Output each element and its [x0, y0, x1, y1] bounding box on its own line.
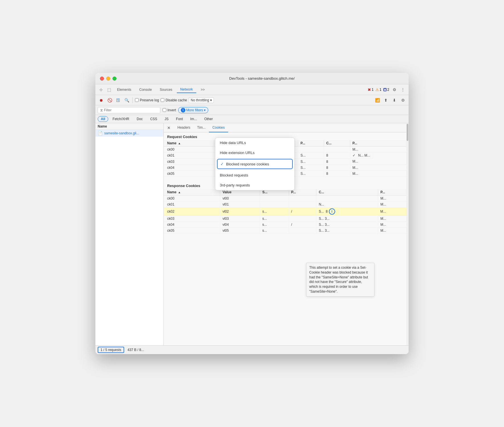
- dropdown-blocked-requests[interactable]: Blocked requests: [215, 170, 294, 180]
- upload-icon[interactable]: ⬆: [382, 97, 389, 104]
- scrollbar[interactable]: [406, 123, 409, 345]
- table-row-highlighted[interactable]: ck02 vl02 s.../ S... 8 i M...: [164, 207, 409, 216]
- devtools-body: ⊹ ⬚ Elements Console Sources Network >> …: [95, 84, 409, 354]
- dropdown-blocked-response-cookies[interactable]: ✓ Blocked response cookies: [217, 159, 293, 169]
- separator-1: [132, 97, 133, 103]
- dropdown-hide-extension-urls[interactable]: Hide extension URLs: [215, 148, 294, 158]
- type-filter-css[interactable]: CSS: [147, 116, 160, 122]
- req-row-name: ck05: [164, 171, 214, 176]
- cursor-icon[interactable]: ⊹: [98, 86, 105, 93]
- type-filter-font[interactable]: Font: [173, 116, 186, 122]
- tab-console[interactable]: Console: [136, 87, 155, 93]
- invert-group[interactable]: Invert: [163, 108, 176, 112]
- table-row[interactable]: ck04 vl04 s.../S... 3... M...: [164, 222, 409, 228]
- type-filters-bar: All Fetch/XHR Doc CSS JS Font Im... Othe…: [95, 115, 409, 123]
- disable-cache-group[interactable]: Disable cache: [161, 98, 187, 102]
- error-badge: ✖ 1: [368, 87, 374, 92]
- res-col-c[interactable]: C...: [316, 189, 378, 196]
- settings2-icon[interactable]: ⚙: [399, 97, 406, 104]
- scrollbar-thumb[interactable]: [407, 124, 408, 141]
- invert-label: Invert: [167, 108, 176, 112]
- status-bar: 1 / 5 requests 437 B / 8...: [95, 345, 409, 354]
- device-icon[interactable]: ⬚: [106, 86, 112, 93]
- tab-more[interactable]: >>: [197, 87, 208, 93]
- devtools-window: DevTools - samesite-sandbox.glitch.me/ ⊹…: [95, 73, 409, 354]
- filter-input-container: ⧖: [98, 107, 160, 113]
- table-row[interactable]: ck01 vl01 N... M...: [164, 201, 409, 207]
- res-row-name: ck05: [164, 228, 220, 234]
- window-title: DevTools - samesite-sandbox.glitch.me/: [120, 76, 404, 81]
- response-cookies-table: Name ▲ Value S... P... C... P... ck00: [164, 189, 409, 234]
- type-filter-other[interactable]: Other: [201, 116, 216, 122]
- throttle-select[interactable]: No throttling ▾: [189, 97, 214, 103]
- res-row-name: ck00: [164, 195, 220, 201]
- detail-tabs-bar: ✕ Headers Tim... Cookies: [164, 123, 409, 132]
- more-filters-badge: 1: [181, 108, 185, 112]
- search-icon[interactable]: 🔍: [123, 97, 130, 104]
- settings-icon[interactable]: ⚙: [391, 86, 398, 93]
- maximize-button[interactable]: [112, 77, 116, 81]
- table-row[interactable]: ck03 vl03 s...S... 3... M...: [164, 216, 409, 222]
- res-col-name[interactable]: Name ▲: [164, 189, 220, 196]
- devtools-tabs-bar: ⊹ ⬚ Elements Console Sources Network >> …: [95, 84, 409, 95]
- filter-input[interactable]: [104, 108, 149, 112]
- info-icon[interactable]: i: [329, 208, 335, 215]
- type-filter-img[interactable]: Im...: [187, 116, 200, 122]
- type-filter-doc[interactable]: Doc: [134, 116, 146, 122]
- network-toolbar: ⏺ 🚫 ⚿ 🔍 Preserve log Disable cache No th…: [95, 95, 409, 105]
- more-options-icon[interactable]: ⋮: [399, 86, 406, 93]
- tab-sources[interactable]: Sources: [156, 87, 176, 93]
- record-button[interactable]: ⏺: [98, 97, 105, 104]
- tab-network[interactable]: Network: [177, 86, 196, 93]
- list-item[interactable]: 📄 samesite-sandbox.gli...: [95, 130, 163, 137]
- file-list: Name 📄 samesite-sandbox.gli...: [95, 123, 164, 345]
- file-list-header: Name: [95, 123, 163, 130]
- minimize-button[interactable]: [106, 77, 110, 81]
- more-filters-chevron-icon: ▾: [204, 108, 206, 112]
- close-detail-button[interactable]: ✕: [166, 125, 172, 131]
- warning-icon: ⚠: [375, 87, 379, 92]
- sort-asc-icon2: ▲: [178, 191, 181, 194]
- blocked-response-cookies-label: Blocked response cookies: [226, 162, 269, 166]
- tab-cookies[interactable]: Cookies: [209, 123, 228, 132]
- tab-elements[interactable]: Elements: [114, 87, 135, 93]
- tab-headers[interactable]: Headers: [174, 123, 194, 132]
- size-info: 437 B / 8...: [128, 348, 144, 352]
- invert-checkbox[interactable]: [163, 108, 166, 112]
- res-row-name: ck03: [164, 216, 220, 222]
- dropdown-3rd-party-requests[interactable]: 3rd-party requests: [215, 180, 294, 190]
- tab-timing[interactable]: Tim...: [194, 123, 209, 132]
- req-col-p[interactable]: P...: [298, 140, 324, 147]
- req-col-p2[interactable]: P...: [350, 140, 408, 147]
- sort-asc-icon: ▲: [178, 142, 181, 145]
- hide-extension-urls-label: Hide extension URLs: [220, 151, 255, 155]
- req-col-c[interactable]: C...: [324, 140, 350, 147]
- traffic-lights: [100, 77, 116, 81]
- blocked-requests-label: Blocked requests: [220, 173, 248, 177]
- filter-icon[interactable]: ⚿: [115, 97, 122, 104]
- info-badge: ■ 2: [383, 88, 389, 92]
- preserve-log-checkbox[interactable]: [135, 98, 139, 102]
- req-col-name[interactable]: Name ▲: [164, 140, 214, 147]
- more-filters-button[interactable]: 1 More filters ▾: [178, 107, 208, 113]
- file-doc-icon: 📄: [98, 131, 103, 136]
- type-filter-all[interactable]: All: [98, 116, 108, 122]
- filter-funnel-icon: ⧖: [100, 108, 103, 112]
- info-badge-icon: ■: [383, 88, 387, 91]
- disable-cache-checkbox[interactable]: [161, 98, 164, 102]
- table-row[interactable]: ck00 vl00 M...: [164, 195, 409, 201]
- dropdown-hide-data-urls[interactable]: Hide data URLs: [215, 138, 294, 148]
- req-row-name: ck01: [164, 153, 214, 159]
- download-icon[interactable]: ⬇: [391, 97, 398, 104]
- res-col-p2[interactable]: P...: [378, 189, 408, 196]
- table-row[interactable]: ck05 vl05 s...S... 3... M...: [164, 228, 409, 234]
- wifi-icon[interactable]: 📶: [374, 97, 381, 104]
- type-filter-fetch-xhr[interactable]: Fetch/XHR: [109, 116, 132, 122]
- req-row-name: ck00: [164, 147, 214, 153]
- type-filter-js[interactable]: JS: [161, 116, 172, 122]
- preserve-log-group[interactable]: Preserve log: [135, 98, 159, 102]
- close-button[interactable]: [100, 77, 104, 81]
- disable-cache-label: Disable cache: [165, 98, 187, 102]
- cookie-tooltip: This attempt to set a cookie via a Set-C…: [306, 263, 374, 297]
- clear-button[interactable]: 🚫: [106, 97, 113, 104]
